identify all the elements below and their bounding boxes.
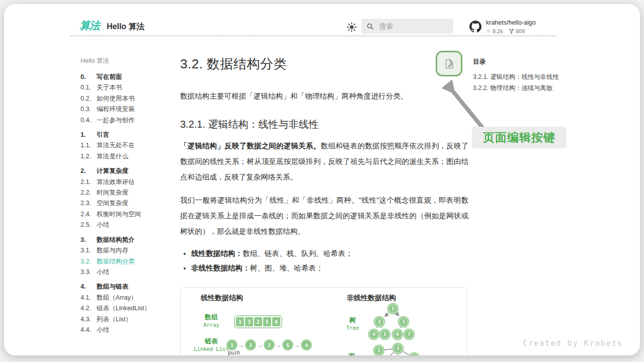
header-shadow-divider bbox=[69, 35, 556, 37]
list-node: 4 bbox=[301, 339, 312, 350]
sidebar-item-label: 如何使用本书 bbox=[97, 94, 135, 104]
sidebar-item[interactable]: 1.2.算法是什么 bbox=[80, 151, 175, 162]
paragraph-logic-structure: 「逻辑结构」反映了数据之间的逻辑关系。数组和链表的数据按照顺序依次排列，反映了数… bbox=[180, 138, 468, 185]
sidebar-item[interactable]: 3.1.数据与内存 bbox=[80, 245, 175, 256]
sidebar-item-label: 数据结构简介 bbox=[97, 235, 135, 245]
sidebar-item[interactable]: 4.2.链表（LinkedList） bbox=[80, 303, 175, 314]
array-label-en: Array bbox=[189, 322, 234, 328]
sidebar-item-label: 权衡时间与空间 bbox=[97, 209, 141, 220]
sidebar-item-label: 时间复杂度 bbox=[97, 188, 128, 198]
sidebar-item[interactable]: 4.数组与链表 bbox=[80, 282, 175, 292]
sidebar-item[interactable]: 2.3.空间复杂度 bbox=[80, 198, 175, 209]
toc-panel: 目录 3.2.1. 逻辑结构：线性与非线性3.2.2. 物理结构：连续与离散 bbox=[473, 58, 564, 94]
search-input[interactable] bbox=[378, 22, 444, 31]
site-logo[interactable]: 算法 bbox=[79, 19, 100, 33]
site-title[interactable]: Hello 算法 bbox=[107, 22, 145, 32]
page-title: 3.2. 数据结构分类 bbox=[180, 55, 468, 73]
structure-bullet-list: 线性数据结构：数组、链表、栈、队列、哈希表；非线性数据结构：树、图、堆、哈希表； bbox=[180, 246, 468, 276]
sidebar-item-number: 0. bbox=[80, 72, 93, 82]
app-window: 算法 Hello 算法 krahets/hello-algo ☆8.2k bbox=[4, 4, 640, 355]
svg-text:1: 1 bbox=[391, 306, 394, 311]
sidebar-item-label: 写在前面 bbox=[97, 72, 122, 82]
page-edit-button[interactable] bbox=[436, 51, 462, 76]
sidebar-item[interactable]: 4.3.列表（List） bbox=[80, 314, 175, 325]
element-cell: 5 bbox=[263, 317, 271, 326]
sidebar-item[interactable]: 1.1.算法无处不在 bbox=[80, 140, 175, 151]
sidebar-item-number: 2.2. bbox=[80, 188, 93, 198]
sidebar-item[interactable]: 3.2.数据结构分类 bbox=[80, 256, 175, 267]
svg-text:2: 2 bbox=[396, 346, 399, 351]
sidebar-item-number: 1. bbox=[80, 130, 93, 140]
sidebar-item-number: 0.3. bbox=[80, 104, 93, 115]
sidebar-item-number: 4. bbox=[80, 282, 93, 292]
figure-linear-title: 线性数据结构 bbox=[201, 294, 243, 303]
repo-stats: ☆8.2k 909 bbox=[486, 28, 536, 34]
sidebar-item-number: 4.3. bbox=[80, 314, 93, 325]
theme-toggle-button[interactable] bbox=[346, 22, 357, 33]
element-cell: 2 bbox=[254, 317, 262, 326]
sidebar-item-label: 一起参与创作 bbox=[97, 115, 135, 126]
sidebar-item-number: 3.2. bbox=[80, 256, 93, 267]
github-repo-link[interactable]: krahets/hello-algo ☆8.2k 909 bbox=[469, 19, 536, 34]
sidebar-item-number: 2.3. bbox=[80, 198, 93, 209]
sidebar-item[interactable]: 4.4.小结 bbox=[80, 325, 175, 335]
watermark: Created by Krahets bbox=[523, 339, 623, 348]
graph-label-zh: 图 bbox=[337, 352, 367, 355]
sidebar-item[interactable]: 3.3.小结 bbox=[80, 267, 175, 278]
sidebar-item[interactable]: 2.5.小结 bbox=[80, 220, 175, 230]
sidebar-item[interactable]: 0.2.如何使用本书 bbox=[80, 94, 175, 104]
sidebar-item-number: 4.1. bbox=[80, 293, 93, 303]
sidebar-item-label: 列表（List） bbox=[97, 314, 132, 325]
sidebar-item[interactable]: 0.1.关于本书 bbox=[80, 82, 175, 93]
sidebar-item[interactable]: 4.1.数组（Array） bbox=[80, 293, 175, 303]
data-structure-figure: 线性数据结构 非线性数据结构 数组 Array 13254 链表 Linked … bbox=[180, 287, 467, 355]
tree-diagram: 1234567 bbox=[367, 301, 417, 343]
sidebar-item[interactable]: 0.3.编程环境安装 bbox=[80, 104, 175, 115]
sidebar-item[interactable]: 2.4.权衡时间与空间 bbox=[80, 209, 175, 220]
brightness-icon bbox=[346, 22, 357, 33]
sidebar-item-number: 2.5. bbox=[80, 220, 93, 230]
toc-item[interactable]: 3.2.2. 物理结构：连续与离散 bbox=[473, 83, 564, 94]
sidebar-item[interactable]: 2.1.算法效率评估 bbox=[80, 177, 175, 188]
fork-count: 909 bbox=[516, 28, 525, 34]
star-count: 8.2k bbox=[493, 28, 503, 34]
array-diagram: 13254 bbox=[234, 315, 282, 328]
sidebar-item-label: 数据结构分类 bbox=[97, 256, 135, 267]
svg-text:4: 4 bbox=[372, 332, 375, 337]
linked-list-diagram: 1→3→2→5→4 bbox=[226, 339, 312, 350]
sidebar-item[interactable]: 0.写在前面 bbox=[80, 72, 175, 82]
toc-item[interactable]: 3.2.1. 逻辑结构：线性与非线性 bbox=[473, 72, 564, 83]
sidebar-item-label: 计算复杂度 bbox=[97, 166, 128, 176]
graph-diagram: 12345 bbox=[371, 341, 421, 355]
link-arrow: → bbox=[256, 341, 264, 348]
search-icon bbox=[366, 23, 374, 30]
main-content: 3.2. 数据结构分类 数据结构主要可根据「逻辑结构」和「物理结构」两种角度进行… bbox=[180, 55, 468, 355]
sidebar-item-label: 小结 bbox=[97, 325, 109, 335]
svg-text:5: 5 bbox=[383, 332, 386, 337]
search-box[interactable] bbox=[361, 19, 453, 34]
element-cell: 1 bbox=[236, 317, 244, 326]
toc-items: 3.2.1. 逻辑结构：线性与非线性3.2.2. 物理结构：连续与离散 bbox=[473, 72, 564, 94]
sidebar-item-label: 数据与内存 bbox=[97, 245, 128, 256]
paragraph-linear-nonlinear: 我们一般将逻辑结构分为「线性」和「非线性」两种。"线性"这个概念很直观，即表明数… bbox=[180, 193, 468, 239]
svg-text:6: 6 bbox=[396, 332, 398, 337]
edit-page-icon bbox=[443, 58, 455, 70]
sidebar-item-label: 关于本书 bbox=[97, 82, 122, 93]
sidebar-item-label: 数组与链表 bbox=[97, 282, 128, 292]
bullet-item: 线性数据结构：数组、链表、栈、队列、哈希表； bbox=[191, 246, 468, 261]
sidebar-item-label: 链表（LinkedList） bbox=[97, 303, 150, 314]
sidebar-item[interactable]: 1.引言 bbox=[80, 130, 175, 140]
sidebar-item-number: 3.3. bbox=[80, 267, 93, 278]
linked-list-label-zh: 链表 bbox=[196, 337, 226, 346]
sidebar-item[interactable]: 3.数据结构简介 bbox=[80, 235, 175, 245]
section-heading: 3.2.1. 逻辑结构：线性与非线性 bbox=[180, 118, 468, 131]
sidebar-item[interactable]: 0.4.一起参与创作 bbox=[80, 115, 175, 126]
link-arrow: → bbox=[237, 341, 245, 348]
sidebar-item-number: 3.1. bbox=[80, 245, 93, 256]
sidebar-item[interactable]: 2.计算复杂度 bbox=[80, 166, 175, 176]
sidebar-item[interactable]: 2.2.时间复杂度 bbox=[80, 188, 175, 198]
list-node: 3 bbox=[245, 339, 256, 350]
intro-paragraph: 数据结构主要可根据「逻辑结构」和「物理结构」两种角度进行分类。 bbox=[180, 88, 468, 104]
link-arrow: → bbox=[275, 341, 282, 348]
sidebar-site-title: Hello 算法 bbox=[80, 57, 175, 65]
